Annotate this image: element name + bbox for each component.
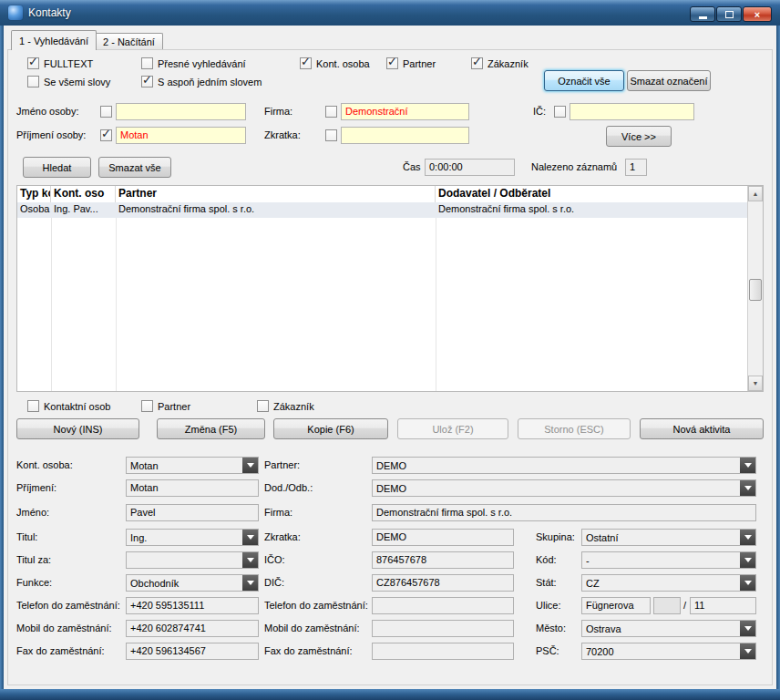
maximize-button[interactable] (716, 6, 742, 22)
new-button[interactable]: Nový (INS) (16, 418, 139, 439)
chevron-down-icon[interactable] (740, 621, 755, 636)
results-grid: Typ kon Kont. oso Partner Dodavatel / Od… (16, 185, 764, 392)
checkbox-presne-vyhledavani-box[interactable] (141, 57, 153, 69)
col-header-dodavatel[interactable]: Dodavatel / Odběratel (436, 186, 747, 202)
tab-nacitani[interactable]: 2 - Načítání (95, 33, 163, 50)
ico-input[interactable]: 876457678 (372, 551, 514, 569)
ic-search-checkbox[interactable] (554, 106, 570, 118)
telefon-zam-input[interactable]: +420 595135111 (126, 597, 259, 614)
prijmeni-osoby-checkbox-box[interactable] (100, 129, 112, 141)
checkbox-kontaktni-osob-box[interactable] (27, 400, 39, 412)
jmeno-input[interactable]: Pavel (126, 504, 259, 521)
checkbox-se-vsemi-slovy-box[interactable] (27, 76, 39, 88)
fax-zam2-input[interactable] (372, 643, 514, 660)
chevron-down-icon[interactable] (740, 552, 755, 568)
checkbox-partner-box[interactable] (386, 57, 398, 69)
firma-input[interactable]: Demonstrační firma spol. s r.o. (372, 504, 756, 521)
prijmeni-osoby-input[interactable]: Motan (116, 127, 246, 144)
col-header-typ[interactable]: Typ kon (17, 186, 51, 202)
checkbox-partner[interactable]: Partner (386, 57, 436, 69)
skupina-combo[interactable]: Ostatní (581, 529, 756, 546)
scrollbar-thumb[interactable] (749, 279, 762, 301)
zkratka-input[interactable]: DEMO (372, 529, 514, 546)
jmeno-osoby-input[interactable] (116, 103, 246, 120)
dic-input[interactable]: CZ876457678 (372, 574, 514, 592)
chevron-down-icon[interactable] (242, 458, 258, 473)
tab-vyhledavani[interactable]: 1 - Vyhledávání (11, 30, 97, 50)
checkbox-s-aspon-jednim-slovem-box[interactable] (141, 76, 153, 88)
zkratka-search-checkbox-box[interactable] (325, 129, 337, 141)
scroll-up-icon[interactable]: ▲ (748, 186, 763, 201)
jmeno-osoby-checkbox-box[interactable] (100, 106, 112, 118)
checkbox-fulltext-box[interactable] (27, 57, 39, 69)
checkbox-record-partner-box[interactable] (141, 400, 153, 412)
checkbox-se-vsemi-slovy[interactable]: Se všemi slovy (27, 76, 110, 88)
chevron-down-icon[interactable] (242, 530, 258, 545)
mesto-combo[interactable]: Ostrava (581, 620, 756, 637)
clear-selection-button[interactable]: Smazat označení (627, 70, 711, 91)
zkratka-search-checkbox[interactable] (325, 129, 342, 141)
prijmeni-input[interactable]: Motan (126, 479, 259, 497)
checkbox-kontaktni-osob[interactable]: Kontaktní osob (27, 400, 110, 412)
checkbox-fulltext[interactable]: FULLTEXT (27, 57, 93, 69)
col-header-kont-osoba[interactable]: Kont. oso (51, 186, 116, 202)
checkbox-kont-osoba-box[interactable] (300, 57, 312, 69)
select-all-button[interactable]: Označit vše (544, 70, 624, 91)
clear-all-button[interactable]: Smazat vše (98, 157, 171, 178)
scroll-down-icon[interactable]: ▼ (748, 376, 763, 391)
prijmeni-label: Příjmení: (16, 482, 56, 493)
new-activity-button[interactable]: Nová aktivita (640, 418, 764, 439)
close-button[interactable]: × (743, 6, 772, 22)
prijmeni-osoby-checkbox[interactable] (100, 129, 117, 141)
ic-search-input[interactable] (570, 103, 694, 120)
checkbox-record-zakaznik[interactable]: Zákazník (257, 400, 314, 412)
chevron-down-icon[interactable] (242, 552, 258, 568)
chevron-down-icon[interactable] (740, 643, 755, 659)
stat-combo[interactable]: CZ (581, 574, 756, 592)
chevron-down-icon[interactable] (740, 458, 755, 473)
search-button[interactable]: Hledat (23, 157, 91, 178)
vertical-scrollbar[interactable]: ▲ ▼ (747, 186, 763, 391)
checkbox-zakaznik[interactable]: Zákazník (471, 57, 529, 69)
checkbox-s-aspon-jednim-slovem[interactable]: S aspoň jedním slovem (141, 76, 262, 88)
title-bar[interactable]: Kontakty × (0, 0, 780, 26)
copy-button[interactable]: Kopie (F6) (273, 418, 388, 439)
checkbox-presne-vyhledavani[interactable]: Přesné vyhledávání (141, 57, 246, 69)
kod-combo[interactable]: - (581, 551, 756, 569)
zkratka-search-input[interactable] (341, 127, 469, 144)
titul-za-combo[interactable] (126, 551, 259, 569)
minimize-button[interactable] (690, 6, 715, 22)
mobil-zam2-input[interactable] (372, 620, 514, 637)
jmeno-osoby-checkbox[interactable] (100, 106, 117, 118)
edit-button[interactable]: Změna (F5) (157, 418, 265, 439)
mobil-zam-input[interactable]: +420 602874741 (126, 620, 259, 637)
chevron-down-icon[interactable] (242, 575, 258, 591)
checkbox-record-partner[interactable]: Partner (141, 400, 190, 412)
dod-odb-combo[interactable]: DEMO (372, 479, 756, 497)
kont-osoba-combo[interactable]: Motan (126, 457, 259, 474)
chevron-down-icon[interactable] (740, 575, 755, 591)
col-header-partner[interactable]: Partner (116, 186, 436, 202)
checkbox-record-zakaznik-box[interactable] (257, 400, 269, 412)
firma-search-input[interactable]: Demonstrační (341, 103, 469, 120)
psc-combo[interactable]: 70200 (581, 643, 756, 660)
cislo-popisne-input[interactable] (653, 597, 681, 614)
table-row[interactable]: Osoba Ing. Pav... Demonstrační firma spo… (17, 202, 747, 218)
checkbox-zakaznik-box[interactable] (471, 57, 483, 69)
ic-search-checkbox-box[interactable] (554, 106, 566, 118)
titul-za-label: Titul za: (16, 554, 51, 565)
cislo-orientacni-input[interactable]: 11 (690, 597, 756, 614)
chevron-down-icon[interactable] (740, 480, 755, 496)
ulice-input[interactable]: Fügnerova (581, 597, 651, 614)
firma-search-checkbox[interactable] (325, 106, 342, 118)
more-button[interactable]: Více >> (606, 126, 672, 147)
funkce-combo[interactable]: Obchodník (126, 574, 259, 592)
partner-combo[interactable]: DEMO (372, 457, 756, 474)
fax-zam-input[interactable]: +420 596134567 (126, 643, 259, 660)
titul-combo[interactable]: Ing. (126, 529, 259, 546)
telefon-zam2-input[interactable] (372, 597, 514, 614)
firma-search-checkbox-box[interactable] (325, 106, 337, 118)
chevron-down-icon[interactable] (740, 530, 755, 545)
time-value: 0:00:00 (425, 159, 515, 176)
checkbox-kont-osoba[interactable]: Kont. osoba (300, 57, 370, 69)
